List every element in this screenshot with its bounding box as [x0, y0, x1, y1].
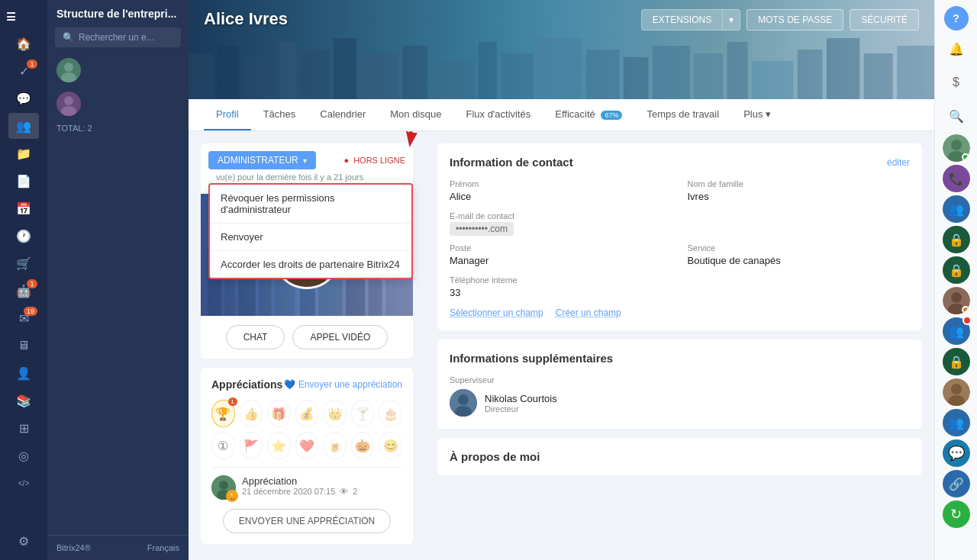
profile-body: ADMINISTRATEUR ▾ ● HORS LIGNE vu(e) pour… [189, 131, 934, 560]
svg-rect-18 [653, 46, 690, 99]
svg-rect-16 [586, 50, 619, 99]
sidebar-icon-contacts[interactable]: 👥 [8, 113, 39, 139]
video-call-button[interactable]: APPEL VIDÉO [292, 325, 388, 349]
beer-icon-btn[interactable]: 🍺 [323, 432, 347, 459]
revoke-admin-item[interactable]: Révoquer les permissions d'administrateu… [210, 185, 411, 224]
extensions-button[interactable]: EXTENSIONS [642, 10, 723, 30]
email-value: ••••••••••.com [450, 223, 910, 234]
red-badge [962, 316, 972, 325]
appreciations-section: Appréciations 💙 Envoyer une appréciation… [201, 368, 413, 544]
sidebar-icon-target[interactable]: ◎ [8, 443, 39, 468]
svg-rect-10 [361, 53, 398, 99]
service-value: Boutique de canapés [688, 255, 911, 266]
sidebar-icon-time[interactable]: 🕐 [8, 223, 39, 249]
appr-details: Appréciation 21 décembre 2020 07:15 👁 2 [242, 475, 402, 496]
tab-flux[interactable]: Flux d'activités [453, 99, 543, 130]
tab-disque[interactable]: Mon disque [378, 99, 453, 130]
partner-rights-item[interactable]: Accorder les droits de partenaire Bitrix… [210, 251, 411, 278]
appr-meta: 21 décembre 2020 07:15 👁 2 [242, 487, 402, 496]
sidebar-icon-monitor[interactable]: 🖥 [8, 333, 39, 359]
right-phone-icon[interactable]: 📞 [943, 165, 970, 192]
tab-efficacite[interactable]: Efficacité 67% [543, 99, 634, 130]
notification-icon[interactable]: 🔔 [941, 34, 972, 64]
search-right-icon[interactable]: 🔍 [941, 101, 972, 131]
sidebar-icon-code[interactable]: </> [8, 470, 39, 496]
money-icon-btn[interactable]: 💰 [295, 400, 319, 427]
right-lock-icon-3[interactable]: 🔒 [943, 348, 970, 375]
pumpkin-icon-btn[interactable]: 🎃 [351, 432, 375, 459]
right-user-avatar-2[interactable] [943, 287, 970, 314]
app-logo: ☰ [0, 6, 47, 27]
main-content: Alice Ivres EXTENSIONS ▾ MOTS DE PASSE S… [189, 0, 934, 560]
tab-profil[interactable]: Profil [204, 99, 251, 130]
field-firstname: Prénom Alice [450, 179, 672, 202]
tab-plus[interactable]: Plus ▾ [731, 99, 783, 130]
right-lock-icon-2[interactable]: 🔒 [943, 256, 970, 284]
select-field-link[interactable]: Sélectionner un champ [450, 307, 543, 318]
security-button[interactable]: SÉCURITÉ [850, 9, 919, 31]
tab-temps[interactable]: Temps de travail [634, 99, 731, 130]
secondary-footer: Bitrix24® Français [47, 535, 189, 560]
sidebar-icon-chat[interactable]: 💬 [8, 85, 39, 111]
admin-badge[interactable]: ADMINISTRATEUR ▾ [208, 151, 316, 169]
heart-icon: 💙 [284, 379, 295, 390]
user-list [47, 53, 189, 121]
sidebar-icon-settings[interactable]: ⚙ [8, 528, 39, 554]
thumbsup-icon-btn[interactable]: 👍 [240, 400, 263, 427]
send-appreciation-button[interactable]: ENVOYER UNE APPRÉCIATION [223, 509, 391, 533]
crown-icon-btn[interactable]: 👑 [323, 400, 347, 427]
user-list-item[interactable] [47, 53, 189, 87]
help-icon[interactable]: ? [944, 6, 969, 31]
hamburger-icon[interactable]: ☰ [6, 11, 16, 23]
sidebar-icon-mail[interactable]: ✉19 [8, 305, 39, 331]
svg-rect-20 [727, 42, 748, 99]
star-icon-btn[interactable]: ⭐ [267, 432, 291, 459]
right-user-avatar-3[interactable] [943, 378, 970, 406]
sidebar-icon-shop[interactable]: 🛒 [8, 250, 39, 276]
sidebar-icon-tasks[interactable]: ✓1 [8, 58, 39, 84]
right-share-icon[interactable]: 🔗 [943, 470, 970, 497]
field-service: Service Boutique de canapés [688, 243, 911, 266]
sidebar-icon-grid[interactable]: ⊞ [8, 415, 39, 441]
right-users-icon-1[interactable]: 👥 [943, 195, 970, 223]
appreciation-icons-row-2: ① 🚩 ⭐ ❤️ 🍺 🎃 😊 [211, 432, 402, 459]
password-button[interactable]: MOTS DE PASSE [746, 9, 843, 31]
sidebar-icon-home[interactable]: 🏠 [8, 31, 39, 56]
right-lock-icon-1[interactable]: 🔒 [943, 226, 970, 253]
right-users-icon-3[interactable]: 👥 [943, 409, 970, 436]
language-selector[interactable]: Français [147, 543, 179, 552]
trophy-icon-btn[interactable]: 🏆 1 [211, 400, 235, 427]
billing-icon[interactable]: $ [941, 67, 972, 98]
smile-icon-btn[interactable]: 😊 [379, 432, 402, 459]
edit-contact-link[interactable]: éditer [887, 157, 910, 168]
firstname-label: Prénom [450, 179, 672, 188]
cocktail-icon-btn[interactable]: 🍸 [351, 400, 375, 427]
contact-info-header: Information de contact éditer [450, 156, 910, 169]
sidebar-icon-book[interactable]: 📚 [8, 388, 39, 414]
svg-rect-5 [218, 46, 238, 99]
sidebar-icon-docs[interactable]: 📄 [8, 168, 39, 194]
away-badge [962, 306, 969, 314]
create-field-link[interactable]: Créer un champ [556, 307, 621, 318]
user-list-item[interactable] [47, 87, 189, 121]
flag-icon-btn[interactable]: 🚩 [240, 432, 263, 459]
gift-icon-btn[interactable]: 🎁 [267, 400, 291, 427]
sidebar-icon-files[interactable]: 📁 [8, 140, 39, 166]
tab-calendrier[interactable]: Calendrier [308, 99, 378, 130]
search-placeholder[interactable]: Rechercher un e... [79, 32, 154, 43]
chat-button[interactable]: CHAT [226, 325, 285, 349]
extensions-dropdown[interactable]: ▾ [723, 10, 740, 30]
right-refresh-icon[interactable]: ↻ [943, 500, 970, 528]
heart-btn[interactable]: ❤️ [295, 432, 319, 459]
send-appreciation-link[interactable]: 💙 Envoyer une appréciation [284, 379, 402, 390]
sidebar-icon-robot[interactable]: 🤖1 [8, 278, 39, 304]
right-chat-icon[interactable]: 💬 [943, 439, 970, 467]
right-user-avatar-1[interactable] [943, 134, 970, 162]
cake-icon-btn[interactable]: 🎂 [379, 400, 402, 427]
number-icon-btn[interactable]: ① [211, 432, 235, 459]
resend-item[interactable]: Renvoyer [210, 224, 411, 251]
svg-rect-4 [189, 53, 214, 99]
tab-taches[interactable]: Tâches [251, 99, 308, 130]
sidebar-icon-person[interactable]: 👤 [8, 360, 39, 386]
sidebar-icon-calendar[interactable]: 📅 [8, 195, 39, 221]
